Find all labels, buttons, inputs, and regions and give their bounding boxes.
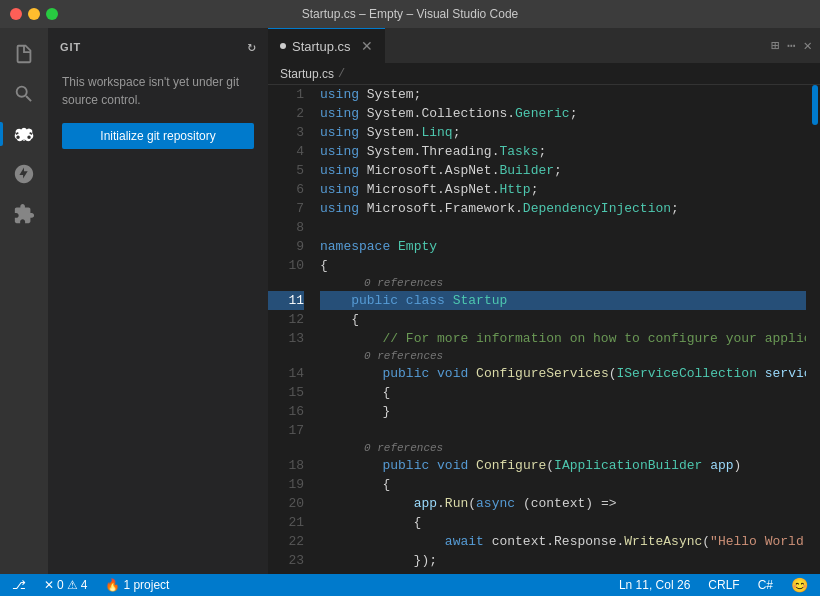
line-num-8: 8 bbox=[268, 218, 304, 237]
status-bar-right: Ln 11, Col 26 CRLF C# 😊 bbox=[615, 574, 812, 596]
line-num-hint3: · bbox=[268, 440, 304, 456]
code-line-23: }); bbox=[320, 551, 806, 570]
hint-line-1: 0 references bbox=[320, 275, 806, 291]
window-controls[interactable] bbox=[10, 8, 58, 20]
code-line-9: namespace Empty bbox=[320, 237, 806, 256]
line-num-19: 19 bbox=[268, 475, 304, 494]
git-panel-header: GIT ↻ bbox=[48, 28, 268, 63]
init-git-repo-button[interactable]: Initialize git repository bbox=[62, 123, 254, 149]
feedback-smiley[interactable]: 😊 bbox=[787, 574, 812, 596]
line-num-18: 18 bbox=[268, 456, 304, 475]
cursor-position-label: Ln 11, Col 26 bbox=[619, 578, 690, 592]
line-num-hint1: · bbox=[268, 275, 304, 291]
tab-actions: ⊞ ⋯ ✕ bbox=[771, 28, 812, 63]
error-count: 0 bbox=[57, 578, 64, 592]
fire-icon: 🔥 bbox=[105, 578, 120, 592]
split-editor-icon[interactable]: ⊞ bbox=[771, 37, 779, 54]
git-panel-title: GIT bbox=[60, 41, 81, 53]
line-num-13: 13 bbox=[268, 329, 304, 348]
line-num-9: 9 bbox=[268, 237, 304, 256]
code-line-11: public class Startup bbox=[320, 291, 806, 310]
code-line-21: { bbox=[320, 513, 806, 532]
line-num-10: 10 bbox=[268, 256, 304, 275]
code-editor[interactable]: using System; using System.Collections.G… bbox=[312, 85, 806, 574]
line-num-24: 24 bbox=[268, 570, 304, 574]
scrollbar-thumb[interactable] bbox=[812, 85, 818, 125]
warning-count: 4 bbox=[81, 578, 88, 592]
language-label: C# bbox=[758, 578, 773, 592]
line-ending-label: CRLF bbox=[708, 578, 739, 592]
code-line-24: } bbox=[320, 570, 806, 574]
line-num-2: 2 bbox=[268, 104, 304, 123]
code-line-22: await context.Response.WriteAsync("Hello… bbox=[320, 532, 806, 551]
status-bar-left: ⎇ ✕ 0 ⚠ 4 🔥 1 project bbox=[8, 574, 615, 596]
vertical-scrollbar[interactable] bbox=[806, 85, 820, 574]
code-line-16: } bbox=[320, 402, 806, 421]
line-num-22: 22 bbox=[268, 532, 304, 551]
line-num-3: 3 bbox=[268, 123, 304, 142]
window-title: Startup.cs – Empty – Visual Studio Code bbox=[302, 7, 519, 21]
maximize-button[interactable] bbox=[46, 8, 58, 20]
errors-status[interactable]: ✕ 0 ⚠ 4 bbox=[40, 574, 91, 596]
line-num-11: 11 bbox=[268, 291, 304, 310]
git-icon: ⎇ bbox=[12, 578, 26, 592]
tab-close-button[interactable]: ✕ bbox=[361, 39, 373, 53]
code-line-2: using System.Collections.Generic; bbox=[320, 104, 806, 123]
line-num-20: 20 bbox=[268, 494, 304, 513]
warning-icon: ⚠ bbox=[67, 578, 78, 592]
activity-icon-debug[interactable] bbox=[6, 156, 42, 192]
project-status[interactable]: 🔥 1 project bbox=[101, 574, 173, 596]
git-panel: GIT ↻ This workspace isn't yet under git… bbox=[48, 28, 268, 574]
line-num-4: 4 bbox=[268, 142, 304, 161]
code-line-4: using System.Threading.Tasks; bbox=[320, 142, 806, 161]
code-line-8 bbox=[320, 218, 806, 237]
line-num-14: 14 bbox=[268, 364, 304, 383]
code-line-13: // For more information on how to config… bbox=[320, 329, 806, 348]
editor-area: Startup.cs ✕ ⊞ ⋯ ✕ Startup.cs / 1 2 3 4 … bbox=[268, 28, 820, 574]
line-num-6: 6 bbox=[268, 180, 304, 199]
line-num-15: 15 bbox=[268, 383, 304, 402]
hint-line-2: 0 references bbox=[320, 348, 806, 364]
code-line-17 bbox=[320, 421, 806, 440]
activity-bar bbox=[0, 28, 48, 574]
tab-label: Startup.cs bbox=[292, 39, 351, 54]
line-num-21: 21 bbox=[268, 513, 304, 532]
code-line-12: { bbox=[320, 310, 806, 329]
code-line-7: using Microsoft.Framework.DependencyInje… bbox=[320, 199, 806, 218]
main-container: GIT ↻ This workspace isn't yet under git… bbox=[0, 28, 820, 574]
git-refresh-icon[interactable]: ↻ bbox=[248, 38, 256, 55]
title-bar: Startup.cs – Empty – Visual Studio Code bbox=[0, 0, 820, 28]
line-num-17: 17 bbox=[268, 421, 304, 440]
status-bar: ⎇ ✕ 0 ⚠ 4 🔥 1 project Ln 11, Col 26 CRLF… bbox=[0, 574, 820, 596]
hint-line-3: 0 references bbox=[320, 440, 806, 456]
close-editor-icon[interactable]: ✕ bbox=[804, 37, 812, 54]
more-actions-icon[interactable]: ⋯ bbox=[787, 37, 795, 54]
code-line-10: { bbox=[320, 256, 806, 275]
breadcrumb: Startup.cs / bbox=[268, 63, 820, 85]
cursor-position[interactable]: Ln 11, Col 26 bbox=[615, 574, 694, 596]
minimize-button[interactable] bbox=[28, 8, 40, 20]
close-button[interactable] bbox=[10, 8, 22, 20]
line-num-hint2: · bbox=[268, 348, 304, 364]
tab-dot bbox=[280, 43, 286, 49]
git-no-repo-message: This workspace isn't yet under git sourc… bbox=[62, 73, 254, 109]
line-num-12: 12 bbox=[268, 310, 304, 329]
line-numbers: 1 2 3 4 5 6 7 8 9 10 · 11 12 13 · 14 15 … bbox=[268, 85, 312, 574]
line-num-7: 7 bbox=[268, 199, 304, 218]
activity-icon-search[interactable] bbox=[6, 76, 42, 112]
editor-tab-startup[interactable]: Startup.cs ✕ bbox=[268, 28, 385, 63]
code-line-5: using Microsoft.AspNet.Builder; bbox=[320, 161, 806, 180]
project-label: 1 project bbox=[123, 578, 169, 592]
activity-icon-explorer[interactable] bbox=[6, 36, 42, 72]
code-line-20: app.Run(async (context) => bbox=[320, 494, 806, 513]
activity-icon-extensions[interactable] bbox=[6, 196, 42, 232]
code-line-19: { bbox=[320, 475, 806, 494]
breadcrumb-file[interactable]: Startup.cs bbox=[280, 67, 334, 81]
git-branch-status[interactable]: ⎇ bbox=[8, 574, 30, 596]
code-line-1: using System; bbox=[320, 85, 806, 104]
editor-content[interactable]: 1 2 3 4 5 6 7 8 9 10 · 11 12 13 · 14 15 … bbox=[268, 85, 820, 574]
code-line-15: { bbox=[320, 383, 806, 402]
language-mode[interactable]: C# bbox=[754, 574, 777, 596]
activity-icon-git[interactable] bbox=[6, 116, 42, 152]
line-ending[interactable]: CRLF bbox=[704, 574, 743, 596]
